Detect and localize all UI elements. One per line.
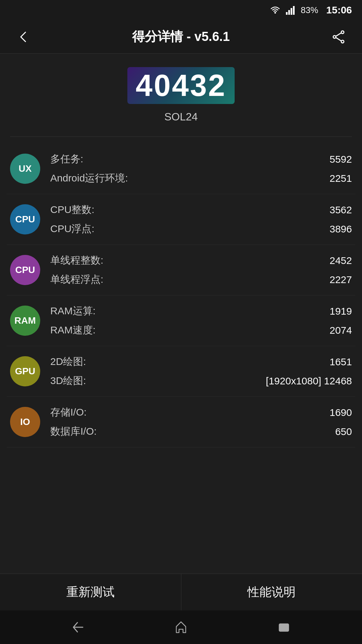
svg-rect-3 <box>291 8 292 15</box>
svg-point-0 <box>275 12 276 14</box>
ram-details: RAM运算: 1919 RAM速度: 2074 <box>50 302 352 340</box>
gpu-label-1: 2D绘图: <box>50 355 86 369</box>
share-icon <box>331 30 346 44</box>
io-item-2: 数据库I/O: 650 <box>50 422 352 441</box>
bench-row-ux: UX 多任务: 5592 Android运行环境: 2251 <box>7 144 355 194</box>
status-icons: 83% 15:06 <box>269 4 352 16</box>
cpu-multi-value-1: 3562 <box>329 204 352 216</box>
explain-button[interactable]: 性能说明 <box>181 574 362 610</box>
ram-icon: RAM <box>10 306 40 336</box>
status-bar: 83% 15:06 <box>0 0 362 20</box>
ram-item-1: RAM运算: 1919 <box>50 302 352 321</box>
nav-home-icon <box>174 620 188 635</box>
io-icon: IO <box>10 407 40 437</box>
svg-point-7 <box>341 40 344 43</box>
gpu-icon: GPU <box>10 356 40 386</box>
bench-row-cpu-single: CPU 单线程整数: 2452 单线程浮点: 2227 <box>7 245 355 296</box>
retest-button[interactable]: 重新测试 <box>0 574 181 610</box>
nav-recents-icon <box>277 620 291 635</box>
ux-value-2: 2251 <box>329 173 352 184</box>
ux-label-1: 多任务: <box>50 152 83 166</box>
svg-rect-4 <box>293 6 295 15</box>
io-details: 存储I/O: 1690 数据库I/O: 650 <box>50 403 352 441</box>
io-value-1: 1690 <box>329 407 352 418</box>
svg-line-8 <box>336 33 341 36</box>
ram-item-2: RAM速度: 2074 <box>50 321 352 340</box>
gpu-item-1: 2D绘图: 1651 <box>50 352 352 371</box>
battery-indicator: 83% <box>301 5 318 15</box>
cpu-multi-value-2: 3896 <box>329 223 352 235</box>
score-value: 40432 <box>136 68 226 103</box>
svg-rect-11 <box>279 624 289 631</box>
signal-icon <box>286 5 296 15</box>
wifi-icon <box>269 5 281 15</box>
cpu-multi-label-2: CPU浮点: <box>50 222 95 236</box>
back-button[interactable] <box>13 27 34 47</box>
ux-details: 多任务: 5592 Android运行环境: 2251 <box>50 150 352 188</box>
cpu-single-item-2: 单线程浮点: 2227 <box>50 270 352 289</box>
gpu-details: 2D绘图: 1651 3D绘图: [644x362] 12468 <box>50 352 352 390</box>
svg-rect-1 <box>286 12 288 15</box>
cpu-single-item-1: 单线程整数: 2452 <box>50 251 352 270</box>
io-label-1: 存储I/O: <box>50 406 86 419</box>
svg-rect-2 <box>288 10 290 15</box>
gpu-item-2: 3D绘图: [644x362] 12468 <box>50 371 352 390</box>
ux-icon: UX <box>10 154 40 184</box>
score-banner: 40432 <box>127 67 235 104</box>
nav-home-button[interactable] <box>171 617 191 637</box>
clock: 15:06 <box>326 4 352 16</box>
bench-row-io: IO 存储I/O: 1690 数据库I/O: 650 <box>7 397 355 447</box>
bench-row-ram: RAM RAM运算: 1919 RAM速度: 2074 <box>7 296 355 346</box>
nav-bar <box>0 610 362 644</box>
cpu-single-value-1: 2452 <box>329 255 352 266</box>
benchmark-list: UX 多任务: 5592 Android运行环境: 2251 CPU CPU整数… <box>0 144 362 511</box>
ux-value-1: 5592 <box>329 154 352 165</box>
ram-label-1: RAM运算: <box>50 304 96 318</box>
cpu-multi-item-1: CPU整数: 3562 <box>50 200 352 219</box>
nav-back-button[interactable] <box>68 617 88 637</box>
svg-point-6 <box>333 36 336 38</box>
cpu-multi-label-1: CPU整数: <box>50 203 95 217</box>
cpu-single-icon: CPU <box>10 255 40 285</box>
bottom-buttons: 重新测试 性能说明 <box>0 574 362 610</box>
svg-point-5 <box>341 31 344 34</box>
ram-value-2: 2074 <box>329 325 352 336</box>
cpu-multi-icon: CPU <box>10 204 40 234</box>
ram-value-1: 1919 <box>329 306 352 317</box>
ux-item-1: 多任务: 5592 <box>50 150 352 169</box>
spacer <box>0 511 362 574</box>
ram-label-2: RAM速度: <box>50 323 96 337</box>
ux-item-2: Android运行环境: 2251 <box>50 169 352 188</box>
bench-row-gpu: GPU 2D绘图: 1651 3D绘图: [644x362] 12468 <box>7 346 355 397</box>
nav-back-icon <box>71 620 85 635</box>
gpu-label-2: 3D绘图: <box>50 374 86 388</box>
page-title: 得分详情 - v5.6.1 <box>34 28 328 45</box>
io-value-2: 650 <box>335 426 352 437</box>
device-name: SOL24 <box>164 111 198 123</box>
battery-text: 83% <box>301 5 318 15</box>
cpu-single-label-2: 单线程浮点: <box>50 273 103 286</box>
cpu-single-label-1: 单线程整数: <box>50 254 103 267</box>
divider <box>10 137 352 137</box>
cpu-single-value-2: 2227 <box>329 274 352 285</box>
gpu-value-2: [644x362] 12468 <box>266 375 352 387</box>
svg-line-9 <box>336 38 341 41</box>
bench-row-cpu-multi: CPU CPU整数: 3562 CPU浮点: 3896 <box>7 194 355 245</box>
score-section: 40432 SOL24 <box>0 54 362 130</box>
gpu-value-1: 1651 <box>329 356 352 368</box>
cpu-multi-details: CPU整数: 3562 CPU浮点: 3896 <box>50 200 352 238</box>
nav-recents-button[interactable] <box>274 617 294 637</box>
share-button[interactable] <box>328 27 349 47</box>
cpu-single-details: 单线程整数: 2452 单线程浮点: 2227 <box>50 251 352 289</box>
back-icon <box>16 30 31 44</box>
svg-marker-10 <box>176 622 186 633</box>
ux-label-2: Android运行环境: <box>50 171 128 185</box>
io-label-2: 数据库I/O: <box>50 425 97 438</box>
io-item-1: 存储I/O: 1690 <box>50 403 352 422</box>
cpu-multi-item-2: CPU浮点: 3896 <box>50 219 352 238</box>
app-header: 得分详情 - v5.6.1 <box>0 20 362 54</box>
